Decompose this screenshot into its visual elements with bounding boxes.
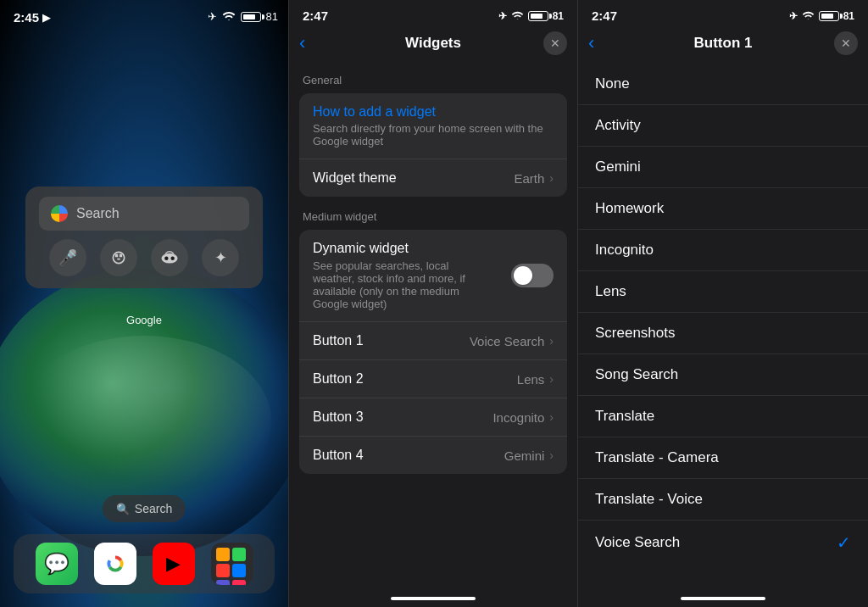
earth-cloud <box>17 336 271 505</box>
search-text-label: Search <box>135 502 172 515</box>
search-placeholder: Search <box>76 206 120 221</box>
button-value: Incognito <box>492 410 544 425</box>
picker-option-label: Homework <box>595 200 664 217</box>
home-indicator <box>391 597 476 600</box>
svg-point-1 <box>161 253 177 264</box>
button1-title: Button 1 <box>694 35 753 52</box>
dynamic-widget-desc: See popular searches, local weather, sto… <box>313 259 482 310</box>
google-search-widget[interactable]: Search 🎤 ✦ <box>25 187 263 288</box>
button-value: Lens <box>517 372 545 387</box>
home-screen: 2:45 ▶ ✈ 81 Search 🎤 ✦ Google 🔍 Sear <box>0 0 288 607</box>
widget-theme-value: Earth <box>514 171 544 186</box>
svg-point-0 <box>113 252 124 263</box>
picker-option-incognito[interactable]: Incognito <box>578 230 868 271</box>
youtube-app-icon[interactable]: ▶ <box>153 543 195 585</box>
close-button-3[interactable]: ✕ <box>834 31 858 55</box>
picker-option-translate---camera[interactable]: Translate - Camera <box>578 437 868 479</box>
button-settings-list: Button 1 Voice Search › Button 2 Lens › … <box>299 322 567 474</box>
general-section-label: General <box>289 64 577 90</box>
grid-app-icon[interactable] <box>211 543 253 585</box>
widgets-settings-panel: 2:47 ✈ 81 ‹ Widgets ✕ General How to add… <box>288 0 578 607</box>
time-label-2: 2:47 <box>303 8 328 23</box>
picker-option-song-search[interactable]: Song Search <box>578 354 868 396</box>
close-button[interactable]: ✕ <box>543 31 567 55</box>
picker-option-label: Activity <box>595 117 641 134</box>
button-row-button3[interactable]: Button 3 Incognito › <box>299 398 567 437</box>
picker-options-list: None Activity Gemini Homework Incognito … <box>578 64 868 590</box>
nav-bar-button1: ‹ Button 1 ✕ <box>578 23 868 64</box>
picker-option-voice-search[interactable]: Voice Search ✓ <box>578 521 868 565</box>
general-card: How to add a widget Search directly from… <box>299 93 567 197</box>
toggle-knob <box>514 266 532 285</box>
chevron-icon: › <box>549 372 554 386</box>
picker-option-label: Lens <box>595 283 626 300</box>
search-icon: 🔍 <box>116 503 130 515</box>
battery-icon-2 <box>528 11 548 21</box>
status-bar-panel2: 2:47 ✈ 81 <box>289 0 577 23</box>
back-button[interactable]: ‹ <box>299 32 305 54</box>
messages-app-icon[interactable]: 💬 <box>36 543 78 585</box>
nav-bar-widgets: ‹ Widgets ✕ <box>289 23 577 64</box>
picker-option-label: Voice Search <box>595 534 680 551</box>
google-app-label: Google <box>0 314 288 326</box>
battery-pct-3: 81 <box>843 10 854 22</box>
widget-theme-row[interactable]: Widget theme Earth › <box>299 159 567 197</box>
medium-widget-section-label: Medium widget <box>289 200 577 226</box>
picker-option-homework[interactable]: Homework <box>578 188 868 230</box>
picker-option-label: Gemini <box>595 159 641 175</box>
svg-point-2 <box>164 257 168 260</box>
picker-option-label: Translate - Voice <box>595 491 703 508</box>
home-indicator-3 <box>681 597 765 600</box>
bottom-search-bar[interactable]: 🔍 Search <box>103 495 186 522</box>
back-button-3[interactable]: ‹ <box>588 32 594 54</box>
picker-option-none[interactable]: None <box>578 64 868 105</box>
chevron-icon: › <box>549 171 554 185</box>
app-dock: 💬 ▶ <box>14 534 275 593</box>
picker-option-translate[interactable]: Translate <box>578 396 868 437</box>
dynamic-widget-title: Dynamic widget <box>313 241 482 256</box>
widget-theme-label: Widget theme <box>313 170 397 186</box>
picker-option-lens[interactable]: Lens <box>578 271 868 313</box>
chevron-icon: › <box>549 334 554 348</box>
svg-point-6 <box>110 559 120 569</box>
mic-icon-button[interactable]: 🎤 <box>49 239 86 276</box>
svg-point-3 <box>170 257 174 260</box>
search-bar[interactable]: Search <box>39 197 249 231</box>
button-value: Voice Search <box>470 334 544 348</box>
lens-icon-button[interactable] <box>100 239 137 276</box>
chevron-icon: › <box>549 410 554 424</box>
button-row-button1[interactable]: Button 1 Voice Search › <box>299 322 567 360</box>
time-label: 2:45 <box>14 10 39 25</box>
close-icon-3: ✕ <box>841 36 851 50</box>
picker-options-container: None Activity Gemini Homework Incognito … <box>578 64 868 565</box>
picker-option-label: Translate <box>595 408 654 425</box>
medium-widget-card: Dynamic widget See popular searches, loc… <box>299 230 567 474</box>
button-label: Button 4 <box>313 448 364 463</box>
dynamic-toggle[interactable] <box>511 264 554 287</box>
picker-option-activity[interactable]: Activity <box>578 105 868 147</box>
how-to-link[interactable]: How to add a widget <box>313 104 554 120</box>
battery-icon <box>241 12 261 22</box>
status-bar-icons: ✈ 81 <box>208 10 278 23</box>
how-to-desc: Search directly from your home screen wi… <box>313 122 554 148</box>
picker-option-gemini[interactable]: Gemini <box>578 147 868 188</box>
picker-option-label: Incognito <box>595 242 654 259</box>
wifi-icon <box>222 10 236 23</box>
close-icon: ✕ <box>550 36 560 50</box>
button-row-button4[interactable]: Button 4 Gemini › <box>299 437 567 474</box>
button-row-button2[interactable]: Button 2 Lens › <box>299 360 567 398</box>
airplane-icon-3: ✈ <box>789 10 798 22</box>
status-icons-3: ✈ 81 <box>789 10 854 22</box>
picker-option-translate---voice[interactable]: Translate - Voice <box>578 479 868 521</box>
sparkle-icon-button[interactable]: ✦ <box>202 239 239 276</box>
status-bar-time: 2:45 ▶ <box>14 10 50 25</box>
airplane-icon: ✈ <box>208 10 217 23</box>
incognito-icon-button[interactable] <box>151 239 188 276</box>
airplane-icon-2: ✈ <box>498 10 507 22</box>
how-to-row[interactable]: How to add a widget Search directly from… <box>299 93 567 159</box>
picker-option-screenshots[interactable]: Screenshots <box>578 313 868 354</box>
chrome-app-icon[interactable] <box>94 543 136 585</box>
button-label: Button 2 <box>313 371 364 387</box>
dynamic-widget-row: Dynamic widget See popular searches, loc… <box>299 230 567 322</box>
picker-option-label: Screenshots <box>595 325 676 342</box>
